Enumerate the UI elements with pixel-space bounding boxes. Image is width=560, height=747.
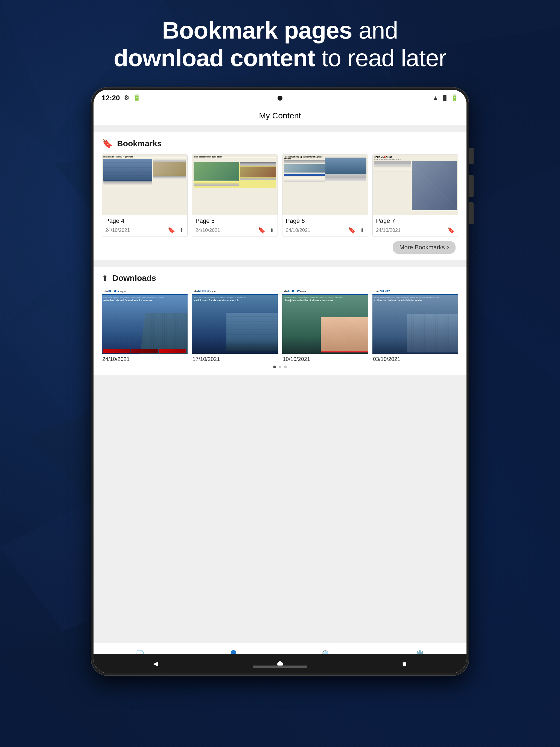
download-cover-3: TheRUGBYPaper Bruce Williams: Scott Will… [282, 288, 368, 354]
tablet-chassis: 12:20 ⚙ 🔋 ▲ ▐▌ 🔋 My Content [91, 87, 469, 675]
bookmarks-cards-row: Richmond boss dual reg system [102, 154, 458, 237]
page6-bookmark-btn[interactable]: 🔖 [348, 227, 355, 234]
downloads-header: ⬆ Downloads [102, 274, 458, 283]
page7-info: Page 7 24/10/2021 🔖 [373, 215, 458, 236]
page6-share-btn[interactable]: ⬆ [360, 227, 364, 233]
bookmark-card-page4[interactable]: Richmond boss dual reg system [102, 154, 187, 237]
page7-label: Page 7 [376, 217, 455, 225]
battery-icon: 🔋 [451, 94, 458, 101]
tablet-device: 12:20 ⚙ 🔋 ▲ ▐▌ 🔋 My Content [91, 87, 469, 675]
more-bookmarks-label: More Bookmarks [399, 244, 444, 251]
page4-thumbnail: Richmond boss dual reg system [102, 154, 187, 215]
page7-meta: 24/10/2021 🔖 [376, 227, 455, 234]
app-title: My Content [259, 111, 301, 120]
page-header: Bookmark pages and download content to r… [0, 17, 560, 72]
downloads-cards-row: TheRUGBYPaper Paul Ross reports: Andy Ha… [102, 288, 458, 362]
more-bookmarks-row: More Bookmarks › [102, 241, 456, 254]
app-content[interactable]: 🔖 Bookmarks Richmond boss dual reg syste… [94, 125, 466, 662]
page7-thumbnail: JEREMY▮GUST Eddie mustn't load down with… [373, 154, 458, 215]
bookmarks-title: Bookmarks [117, 139, 161, 148]
page5-bookmark-btn[interactable]: 🔖 [258, 227, 265, 234]
power-button[interactable] [469, 148, 474, 164]
front-camera [278, 96, 282, 101]
download-date-1: 24/10/2021 [102, 356, 187, 362]
page5-share-btn[interactable]: ⬆ [270, 227, 274, 233]
status-right: ▲ ▐▌ 🔋 [433, 94, 458, 101]
dot-1 [273, 366, 276, 368]
page6-actions: 🔖 ⬆ [348, 227, 364, 234]
bookmark-card-page6[interactable]: Rugby must mop up these infuriating wate… [282, 154, 368, 237]
download-cover-4: TheRUGBY Bruce Williams releases: Pivac … [373, 288, 458, 354]
downloads-section-icon: ⬆ [102, 274, 108, 283]
downloads-section: ⬆ Downloads TheRUGBYPaper [94, 267, 466, 375]
android-nav-bar: ◀ ⬤ ◼ [94, 654, 466, 673]
page7-date: 24/10/2021 [376, 228, 401, 233]
page5-meta: 24/10/2021 🔖 ⬆ [196, 227, 274, 234]
page4-date: 24/10/2021 [105, 228, 130, 233]
page5-date: 24/10/2021 [196, 228, 220, 233]
dot-3 [284, 366, 287, 368]
home-indicator [253, 666, 307, 668]
page4-meta: 24/10/2021 🔖 ⬆ [105, 227, 184, 234]
page6-thumbnail: Rugby must mop up these infuriating wate… [282, 154, 368, 215]
status-left: 12:20 ⚙ 🔋 [102, 94, 141, 102]
chevron-right-icon: › [447, 244, 449, 251]
page7-bookmark-btn[interactable]: 🔖 [447, 227, 455, 234]
download-date-2: 17/10/2021 [192, 356, 278, 362]
volume-up-button[interactable] [469, 175, 474, 197]
page5-info: Page 5 24/10/2021 🔖 ⬆ [192, 215, 278, 236]
page5-label: Page 5 [196, 217, 274, 225]
tablet-screen: 12:20 ⚙ 🔋 ▲ ▐▌ 🔋 My Content [94, 90, 466, 673]
volume-down-button[interactable] [469, 202, 474, 224]
status-time: 12:20 [102, 94, 120, 102]
page4-actions: 🔖 ⬆ [168, 227, 184, 234]
download-card-3[interactable]: TheRUGBYPaper Bruce Williams: Scott Will… [282, 288, 368, 362]
bookmarks-header: 🔖 Bookmarks [102, 138, 458, 149]
download-date-3: 10/10/2021 [282, 356, 368, 362]
app-topnav: My Content [94, 106, 466, 125]
bookmarks-section-icon: 🔖 [102, 138, 113, 149]
recents-button[interactable]: ◼ [402, 660, 407, 667]
page4-info: Page 4 24/10/2021 🔖 ⬆ [102, 215, 187, 236]
signal-icon: ▐▌ [441, 95, 448, 101]
page4-share-btn[interactable]: ⬆ [179, 227, 184, 233]
bookmark-card-page7[interactable]: JEREMY▮GUST Eddie mustn't load down with… [373, 154, 458, 237]
page7-actions: 🔖 [447, 227, 455, 234]
more-bookmarks-button[interactable]: More Bookmarks › [393, 241, 456, 254]
download-cover-2: TheRUGBYPaper Peter Jackson: How early-b… [192, 288, 278, 354]
page6-meta: 24/10/2021 🔖 ⬆ [286, 227, 364, 234]
dot-2 [279, 366, 281, 368]
page6-label: Page 6 [286, 217, 364, 225]
back-button[interactable]: ◀ [153, 660, 158, 667]
downloads-title: Downloads [112, 274, 156, 283]
page6-date: 24/10/2021 [286, 228, 310, 233]
page4-bookmark-btn[interactable]: 🔖 [168, 227, 175, 234]
page5-thumbnail: fears excessive will spell doom [192, 154, 278, 215]
wifi-icon: ▲ [433, 94, 439, 101]
download-card-4[interactable]: TheRUGBY Bruce Williams releases: Pivac … [373, 288, 458, 362]
download-card-2[interactable]: TheRUGBYPaper Peter Jackson: How early-b… [192, 288, 278, 362]
bookmarks-section: 🔖 Bookmarks Richmond boss dual reg syste… [94, 132, 466, 260]
download-card-1[interactable]: TheRUGBYPaper Paul Ross reports: Andy Ha… [102, 288, 187, 362]
download-cover-1: TheRUGBYPaper Paul Ross reports: Andy Ha… [102, 288, 187, 354]
page5-actions: 🔖 ⬆ [258, 227, 274, 234]
page4-label: Page 4 [105, 217, 184, 225]
battery-status-icon: 🔋 [133, 94, 141, 101]
pagination-dots [102, 366, 458, 368]
page6-info: Page 6 24/10/2021 🔖 ⬆ [282, 215, 368, 236]
download-date-4: 03/10/2021 [373, 356, 458, 362]
header-title: Bookmark pages and download content to r… [22, 17, 538, 72]
bookmark-card-page5[interactable]: fears excessive will spell doom [192, 154, 278, 237]
settings-icon: ⚙ [124, 94, 129, 101]
